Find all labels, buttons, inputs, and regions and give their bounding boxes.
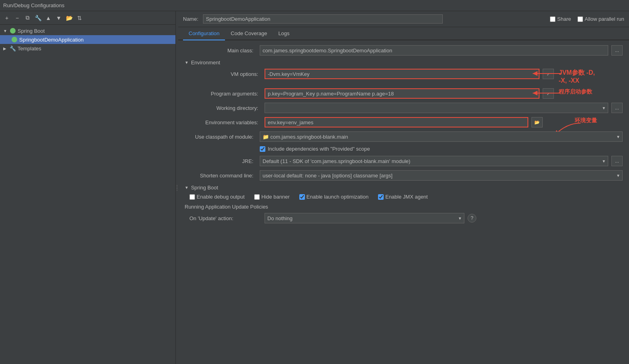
tab-logs[interactable]: Logs [273,27,295,40]
title-text: Run/Debug Configurations [3,2,64,8]
spring-boot-group-icon [10,28,16,34]
app-label: SpringbootDemoApplication [19,37,84,43]
name-label: Name: [183,16,198,22]
tree-spring-boot-group[interactable]: ▼ Spring Boot [0,26,175,35]
shorten-cmd-label: Shorten command line: [185,173,257,179]
shorten-cmd-select[interactable]: user-local default: none - java [options… [260,170,623,181]
spring-boot-arrow-icon[interactable]: ▼ [185,185,189,190]
jvm-params-annotation: JVM参数 -D, [559,69,595,77]
classpath-row: Use classpath of module: 📁 com.james.spr… [185,131,623,142]
remove-config-button[interactable]: − [13,14,22,22]
spring-boot-section-label: Spring Boot [191,185,218,191]
working-dir-browse-button[interactable]: ... [611,103,623,113]
share-label: Share [557,16,571,22]
working-dir-row: Working directory: ▼ ... [189,103,623,113]
enable-debug-label[interactable]: Enable debug output [189,194,245,200]
move-down-button[interactable]: ▼ [54,14,63,22]
spring-boot-section-header: ▼ Spring Boot [185,185,623,191]
folder-button[interactable]: 📂 [65,14,74,22]
jre-label: JRE: [185,158,257,164]
enable-jmx-label[interactable]: Enable JMX agent [378,194,428,200]
main-class-row: Main class: ... [185,45,623,56]
enable-jmx-checkbox[interactable] [378,194,384,200]
hide-banner-label[interactable]: Hide banner [254,194,290,200]
tab-code-coverage[interactable]: Code Coverage [225,27,273,40]
enable-launch-checkbox[interactable] [299,194,305,200]
running-policies-title: Running Application Update Policies [185,204,623,210]
hide-banner-checkbox[interactable] [254,194,260,200]
content-area: Main class: ... ▼ Environment VM options… [178,40,629,364]
tree-area: ▼ Spring Boot SpringbootDemoApplication … [0,25,175,364]
environment-section-header: ▼ Environment [185,60,623,66]
include-deps-row: Include dependencies with "Provided" sco… [260,146,623,152]
program-args-label: Program arguments: [189,91,261,97]
templates-icon: 🔧 [10,45,16,52]
on-update-select-wrapper: Do nothing ▼ [265,213,464,223]
name-input[interactable] [203,14,443,24]
main-class-browse-button[interactable]: ... [611,45,623,56]
program-args-annotation: 程序启动参数 [559,88,592,95]
env-vars-label: Environment variables: [189,119,261,125]
classpath-label: Use classpath of module: [185,134,257,140]
jre-select[interactable]: Default (11 - SDK of 'com.james.springbo… [260,156,608,166]
enable-debug-text: Enable debug output [197,194,245,200]
environment-label: Environment [191,60,220,66]
allow-parallel-checkbox[interactable] [577,16,583,22]
enable-launch-text: Enable launch optimization [307,194,368,200]
top-bar: Name: Share Allow parallel run [178,11,629,27]
share-checkbox[interactable] [550,16,555,22]
prog-args-arrow-svg [529,88,561,100]
on-update-row: On 'Update' action: Do nothing ▼ ? [189,213,623,223]
include-deps-label: Include dependencies with "Provided" sco… [268,146,370,152]
jre-browse-button[interactable]: ... [611,156,623,166]
templates-label: Templates [18,46,41,52]
include-deps-checkbox[interactable] [260,146,265,152]
copy-config-button[interactable]: ⧉ [23,14,32,22]
left-panel: + − ⧉ 🔧 ▲ ▼ 📂 ⇅ ▼ Spring Boot [0,11,176,364]
on-update-select[interactable]: Do nothing [265,213,464,223]
program-args-input[interactable] [265,88,539,99]
arrow-icon: ▼ [3,29,8,33]
env-vars-browse-button[interactable]: 📂 [531,117,543,127]
tab-configuration[interactable]: Configuration [183,27,225,40]
left-toolbar: + − ⧉ 🔧 ▲ ▼ 📂 ⇅ [0,11,175,25]
tabs-bar: Configuration Code Coverage Logs [178,27,629,40]
add-config-button[interactable]: + [2,14,11,22]
jre-row: JRE: Default (11 - SDK of 'com.james.spr… [185,156,623,166]
templates-arrow-icon: ▶ [3,46,8,51]
enable-launch-label[interactable]: Enable launch optimization [299,194,368,200]
top-bar-right: Share Allow parallel run [550,16,624,22]
main-class-label: Main class: [185,48,257,54]
spring-boot-options-row: Enable debug output Hide banner Enable l… [189,194,623,200]
sort-button[interactable]: ⇅ [75,14,84,22]
share-checkbox-label[interactable]: Share [550,16,571,22]
tree-templates[interactable]: ▶ 🔧 Templates [0,44,175,53]
allow-parallel-checkbox-label[interactable]: Allow parallel run [577,16,624,22]
on-update-help-button[interactable]: ? [468,214,476,223]
working-dir-label: Working directory: [189,105,261,111]
classpath-select[interactable]: 📁 com.james.springboot-blank.main [260,131,623,142]
move-up-button[interactable]: ▲ [44,14,53,22]
jvm-params-annotation2: -X, -XX [559,77,579,84]
jvm-arrow-svg [529,69,561,81]
environment-arrow-icon[interactable]: ▼ [185,60,189,65]
vm-options-input[interactable] [265,69,539,79]
classpath-select-wrapper: 📁 com.james.springboot-blank.main ▼ [260,131,623,142]
jre-select-wrapper: Default (11 - SDK of 'com.james.springbo… [260,156,608,166]
environment-section: VM options: ⤢ JVM参数 -D, -X, -XX [189,69,623,127]
app-icon [11,36,18,43]
enable-debug-checkbox[interactable] [189,194,195,200]
shorten-cmd-select-wrapper: user-local default: none - java [options… [260,170,623,181]
working-dir-select-wrapper: ▼ [265,103,608,113]
vm-options-label: VM options: [189,71,261,77]
main-class-input[interactable] [260,45,608,56]
env-vars-input[interactable] [265,117,528,127]
tree-springboot-app[interactable]: SpringbootDemoApplication [0,35,175,44]
allow-parallel-label: Allow parallel run [585,16,624,22]
spring-boot-section: ▼ Spring Boot Enable debug output Hide b… [185,185,623,223]
settings-button[interactable]: 🔧 [34,14,42,22]
enable-jmx-text: Enable JMX agent [385,194,428,200]
running-policies-section: Running Application Update Policies On '… [185,204,623,223]
hide-banner-text: Hide banner [261,194,290,200]
working-dir-select[interactable] [265,103,608,113]
